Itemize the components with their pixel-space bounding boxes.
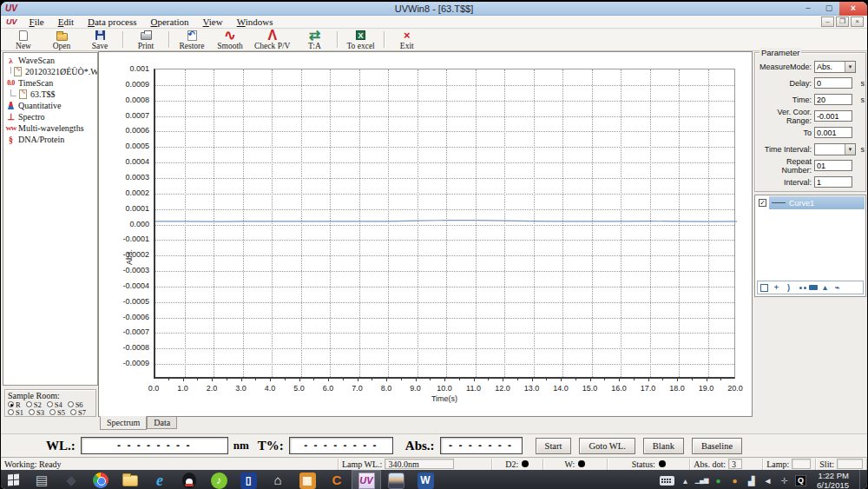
smooth-button[interactable]: ∿ Smooth: [211, 29, 249, 50]
x-tick-label: 12.0: [489, 384, 516, 393]
volume-icon[interactable]: ◄: [762, 475, 773, 486]
check-pv-button[interactable]: Λ Check P/V: [249, 29, 295, 50]
task-view-icon[interactable]: ▤: [27, 470, 56, 489]
x-tick-mark: [720, 379, 721, 380]
goto-wl-button[interactable]: Goto WL.: [579, 438, 635, 454]
y-tick-label: -0.0002: [111, 251, 149, 259]
menu-operation[interactable]: Operation: [144, 16, 196, 29]
keyboard-tray-icon[interactable]: [660, 476, 674, 486]
tab-spectrum[interactable]: Spectrum: [100, 416, 147, 430]
restore-button[interactable]: Restore: [173, 29, 211, 50]
exit-button[interactable]: × Exit: [388, 29, 426, 50]
network-icon[interactable]: ▟: [746, 475, 757, 486]
ta-button[interactable]: ⇄ T:A: [295, 29, 333, 50]
zoom-box-icon[interactable]: [760, 283, 769, 293]
hidden-icons-chevron[interactable]: ▴: [680, 475, 691, 486]
home-app-icon[interactable]: ⌂: [263, 470, 293, 489]
to-input[interactable]: [814, 127, 852, 138]
tree-item-wavescan-file[interactable]: 20120321ØÉÜÒ*.W$$: [3, 66, 97, 77]
internet-explorer-icon[interactable]: e: [145, 470, 174, 489]
calendar-app-icon[interactable]: ▦: [293, 470, 322, 489]
show-desktop-button[interactable]: [859, 470, 864, 489]
y-tick-label: -0.0001: [111, 235, 149, 243]
document-icon[interactable]: UV: [1, 17, 23, 26]
input-method-icon[interactable]: Q: [795, 475, 806, 486]
tree-item-timescan-file[interactable]: 63.T$$: [3, 89, 97, 100]
chrome-icon[interactable]: [86, 470, 115, 489]
toolbar: New Open Save Print Restore ∿ Smooth Λ C…: [1, 29, 867, 51]
tree-item-multi-wavelengths[interactable]: WW Multi-wavelengths: [3, 122, 97, 134]
x-tick-mark: [517, 379, 518, 380]
tree-item-quantitative[interactable]: Quantitative: [3, 100, 97, 111]
security-shield-icon[interactable]: ●: [713, 475, 724, 486]
mdi-minimize-button[interactable]: –: [821, 17, 834, 27]
open-button[interactable]: Open: [43, 29, 81, 50]
menu-data-process[interactable]: Data process: [81, 16, 144, 29]
media-c-icon[interactable]: C: [322, 470, 352, 489]
baseline-button[interactable]: Baseline: [692, 438, 742, 454]
taskbar-clock[interactable]: 1:22 PM 6/1/2015: [812, 471, 854, 489]
sample-room-radio-s1[interactable]: S1: [8, 408, 23, 417]
tab-data[interactable]: Data: [147, 417, 177, 429]
time-input[interactable]: [814, 94, 852, 105]
signal-bars-icon[interactable]: ▁▄▆: [696, 475, 707, 486]
qq-icon[interactable]: [174, 470, 204, 489]
tree-item-spectro[interactable]: ⊥ Spectro: [3, 111, 97, 122]
interval-input[interactable]: [814, 176, 852, 188]
sample-room-radio-s3[interactable]: S3: [29, 408, 44, 417]
time-interval-select[interactable]: ▼: [814, 143, 856, 155]
menu-edit[interactable]: Edit: [51, 16, 81, 29]
curve-icon[interactable]: ): [784, 283, 793, 293]
mdi-restore-button[interactable]: ❐: [836, 17, 849, 27]
ver-coor-range-input[interactable]: [814, 110, 852, 122]
music-app-icon[interactable]: ♪: [204, 470, 233, 489]
marker-icon[interactable]: ▴: [820, 283, 830, 293]
video-player-icon[interactable]: ▯: [233, 470, 263, 489]
hat-app-icon[interactable]: ◆: [56, 470, 86, 489]
user-tray-icon[interactable]: ●: [729, 475, 740, 486]
curve-checkbox[interactable]: ✓: [759, 199, 766, 207]
menu-windows[interactable]: Windows: [230, 16, 280, 29]
x-tick-label: 4.0: [256, 384, 284, 393]
file-tree-panel: λ WaveScan 20120321ØÉÜÒ*.W$$ 0.0 TimeSca…: [3, 52, 98, 386]
points-icon[interactable]: [796, 283, 806, 293]
uvwin-taskbar-icon[interactable]: UV: [352, 470, 381, 489]
save-button[interactable]: Save: [81, 29, 119, 50]
start-button[interactable]: [1, 470, 27, 489]
minimize-button[interactable]: –: [798, 2, 819, 16]
game-avatar-icon[interactable]: [381, 470, 411, 489]
chrome-ball-icon: [93, 472, 108, 488]
sample-room-radio-s5[interactable]: S5: [49, 408, 65, 417]
mdi-close-button[interactable]: ×: [851, 17, 864, 27]
print-button[interactable]: Print: [127, 29, 165, 50]
repeat-number-input[interactable]: [814, 160, 852, 171]
wrench-icon[interactable]: ⌁: [832, 283, 842, 293]
windows-logo-icon: [8, 474, 20, 487]
center-icon[interactable]: +: [772, 283, 781, 293]
time-interval-unit: s: [861, 145, 865, 154]
measure-mode-select[interactable]: Abs. ▼: [814, 61, 856, 73]
start-button[interactable]: Start: [536, 438, 572, 454]
eraser-icon[interactable]: [808, 283, 818, 293]
new-button[interactable]: New: [4, 29, 43, 50]
tree-item-wavescan[interactable]: λ WaveScan: [3, 55, 97, 66]
dna-icon: §: [5, 135, 16, 144]
menu-file[interactable]: File: [23, 16, 51, 29]
tree-item-timescan[interactable]: 0.0 TimeScan: [3, 77, 97, 89]
parameter-group-title: Parameter: [760, 48, 801, 57]
file-explorer-icon[interactable]: [115, 470, 145, 489]
lamp-wl-value: 340.0nm: [385, 459, 454, 469]
to-excel-button[interactable]: X To excel: [341, 29, 379, 50]
x-tick-mark: [270, 379, 271, 381]
delay-input[interactable]: [814, 77, 852, 89]
plot-area[interactable]: [154, 69, 735, 379]
maximize-button[interactable]: ▢: [819, 2, 839, 16]
pin-icon[interactable]: ✛: [779, 475, 790, 486]
curve-legend-row[interactable]: ✓ Curve1: [756, 196, 865, 209]
word-icon[interactable]: W: [411, 470, 440, 489]
close-button[interactable]: ×: [839, 2, 867, 16]
blank-button[interactable]: Blank: [643, 438, 684, 454]
lamp-wl-cell: Lamp WL.: 340.0nm: [339, 459, 492, 470]
sample-room-radio-s7[interactable]: S7: [70, 408, 86, 417]
tree-item-dna-protein[interactable]: § DNA/Protein: [3, 134, 97, 145]
